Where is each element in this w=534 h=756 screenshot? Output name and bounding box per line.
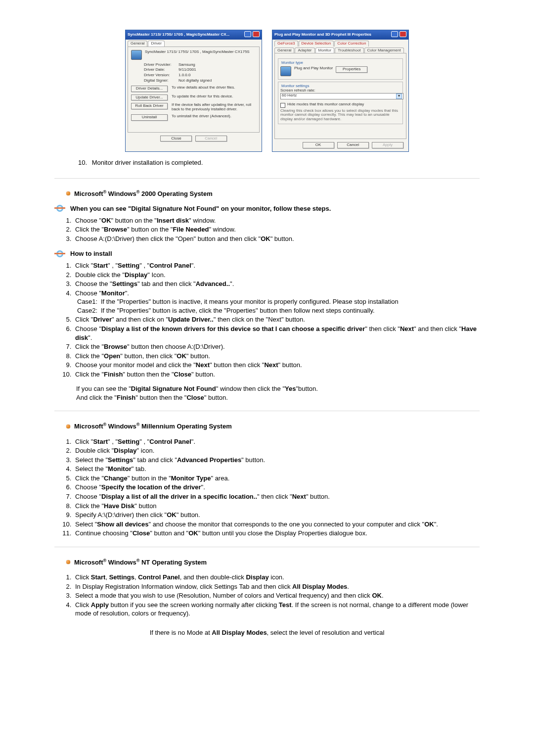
monitor-icon xyxy=(280,66,291,76)
tab-adapter[interactable]: Adapter xyxy=(295,47,314,53)
case-text: If the "Properties" button is inactive, … xyxy=(101,297,480,306)
step-icon xyxy=(54,250,65,257)
install-steps-me: Click "Start" , "Setting" , "Control Pan… xyxy=(60,437,480,538)
tab-panel: Monitor type Plug and Play Monitor Prope… xyxy=(274,53,406,139)
cancel-button: Cancel xyxy=(195,136,227,142)
group-label: Monitor type xyxy=(280,61,304,65)
ok-button[interactable]: OK xyxy=(303,142,334,148)
window-title: SyncMaster 171S/ 175S/ 170S , MagicSyncM… xyxy=(128,33,229,37)
titlebar: Plug and Play Monitor and 3D Prophet III… xyxy=(272,30,408,40)
rollback-driver-desc: If the device fails after updating the d… xyxy=(172,103,256,112)
titlebar-buttons xyxy=(391,31,406,39)
list-item: Specify A:\(D:\driver) then click "OK" b… xyxy=(73,511,480,520)
checkbox-label: Hide modes that this monitor cannot disp… xyxy=(287,102,364,107)
driver-details-desc: To view details about the driver files. xyxy=(172,86,256,90)
divider xyxy=(54,411,480,411)
install-steps-2000: Click "Start" , "Setting" , "Control Pan… xyxy=(60,261,480,378)
monitor-settings-group: Monitor settings Screen refresh rate: 60… xyxy=(278,82,403,124)
provider-value: Samsung xyxy=(178,63,195,67)
step-10: 10. Monitor driver installation is compl… xyxy=(74,159,480,166)
properties-button[interactable]: Properties xyxy=(336,66,367,73)
tabs-row2: General Adapter Monitor Troubleshoot Col… xyxy=(272,47,408,53)
close-button[interactable]: Close xyxy=(160,136,192,142)
list-item: Click "Driver" and then click on "Update… xyxy=(73,315,480,324)
tab-panel: SyncMaster 171S/ 175S/ 170S , MagicSyncM… xyxy=(128,47,260,133)
list-item: Click the "Finish" button then the "Clos… xyxy=(73,370,480,379)
tab-driver[interactable]: Driver xyxy=(148,41,164,47)
date-value: 9/11/2001 xyxy=(178,68,196,72)
digital-signature-steps: Choose "OK" button on the "Insert disk" … xyxy=(60,216,480,243)
help-icon[interactable] xyxy=(391,31,398,37)
list-item: Choose A:(D:\Driver) then click the "Ope… xyxy=(73,235,480,243)
list-item: Click Apply button if you see the screen… xyxy=(73,601,480,618)
bullet-icon xyxy=(66,191,70,195)
update-driver-button[interactable]: Update Driver... xyxy=(131,94,168,101)
list-item: Double click the "Display" Icon. xyxy=(73,271,480,280)
uninstall-desc: To uninstall the driver (Advanced). xyxy=(172,114,256,119)
tab-troubleshoot[interactable]: Troubleshoot xyxy=(335,47,363,53)
refresh-label: Screen refresh rate: xyxy=(280,89,400,93)
driver-properties-window: SyncMaster 171S/ 175S/ 170S , MagicSyncM… xyxy=(125,30,262,152)
list-item: Click Start, Settings, Control Panel, an… xyxy=(73,573,480,582)
list-item: Click the "Browse" button then choose A:… xyxy=(73,342,480,351)
list-item: Choose "Display a list of the known driv… xyxy=(73,325,480,342)
os-heading-2000: Microsoft® Windows® 2000 Operating Syste… xyxy=(54,189,480,197)
driver-details-button[interactable]: Driver Details... xyxy=(131,86,168,92)
help-icon[interactable] xyxy=(244,31,251,37)
monitor-icon xyxy=(131,50,142,60)
titlebar-buttons xyxy=(244,31,260,39)
rollback-driver-button[interactable]: Roll Back Driver xyxy=(131,103,168,109)
tabs-row1: GeForce3 Device Selection Color Correcti… xyxy=(272,40,408,47)
divider xyxy=(54,547,480,547)
tabs: General Driver xyxy=(126,40,262,47)
window-title: Plug and Play Monitor and 3D Prophet III… xyxy=(274,33,371,37)
list-item: Click "Start" , "Setting" , "Control Pan… xyxy=(73,261,480,270)
version-value: 1.0.0.0 xyxy=(178,73,190,78)
os-heading-me: Microsoft® Windows® Millennium Operating… xyxy=(54,422,480,430)
tab-general[interactable]: General xyxy=(274,47,294,53)
list-item: Click the "Browse" button on the "File N… xyxy=(73,225,480,234)
list-item: Select "Show all devices" and choose the… xyxy=(73,520,480,529)
list-item: Select the "Monitor" tab. xyxy=(73,465,480,473)
apply-button: Apply xyxy=(372,142,403,148)
list-item: Click the "Have Disk" button xyxy=(73,502,480,511)
tab-general[interactable]: General xyxy=(128,41,147,47)
bullet-icon xyxy=(66,425,70,428)
close-icon[interactable] xyxy=(253,31,260,37)
checkbox-box xyxy=(280,103,285,108)
case-text: If the "Properties" button is active, cl… xyxy=(101,306,480,315)
signer-label: Digital Signer: xyxy=(144,79,178,83)
list-item: Continue choosing "Close" button and "OK… xyxy=(73,529,480,538)
case-label: Case2: xyxy=(77,306,101,315)
version-label: Driver Version: xyxy=(144,73,178,78)
os-heading-nt: Microsoft® Windows® NT Operating System xyxy=(54,558,480,566)
list-item: Choose "OK" button on the "Insert disk" … xyxy=(73,216,480,225)
hide-modes-checkbox[interactable]: Hide modes that this monitor cannot disp… xyxy=(280,102,400,108)
model-text: SyncMaster 171S/ 175S/ 170S , MagicSyncM… xyxy=(145,50,250,54)
tab-color-management[interactable]: Color Management xyxy=(364,47,404,53)
tab-color-correction[interactable]: Color Correction xyxy=(334,41,369,47)
titlebar: SyncMaster 171S/ 175S/ 170S , MagicSyncM… xyxy=(126,30,262,40)
list-item: Click the "Open" button, then click "OK"… xyxy=(73,352,480,361)
refresh-rate-select[interactable]: 60 Hertz ▾ xyxy=(280,93,403,99)
chevron-down-icon: ▾ xyxy=(396,94,402,99)
note-2000: If you can see the "Digital Signature No… xyxy=(76,384,480,402)
signer-value: Not digitally signed xyxy=(178,79,212,83)
list-item: Choose "Monitor". Case1:If the "Properti… xyxy=(73,289,480,315)
cancel-button[interactable]: Cancel xyxy=(337,142,369,148)
subheading-digital-signature: When you can see "Digital Signature Not … xyxy=(54,205,480,212)
trailing-note: If there is no Mode at All Display Modes… xyxy=(54,629,480,636)
monitor-type-group: Monitor type Plug and Play Monitor Prope… xyxy=(278,58,403,80)
install-steps-nt: Click Start, Settings, Control Panel, an… xyxy=(60,573,480,618)
uninstall-button[interactable]: Uninstall xyxy=(131,114,168,121)
close-icon[interactable] xyxy=(400,31,406,37)
list-item: Choose "Specify the location of the driv… xyxy=(73,483,480,492)
tab-device-selection[interactable]: Device Selection xyxy=(299,41,334,47)
step-number: 10. xyxy=(74,159,87,166)
step-text: Monitor driver installation is completed… xyxy=(92,159,203,166)
list-item: Click "Start" , "Setting" , "Control Pan… xyxy=(73,437,480,446)
update-driver-desc: To update the driver for this device. xyxy=(172,94,256,99)
tab-monitor[interactable]: Monitor xyxy=(315,47,335,53)
list-item: Select the "Settings" tab and click "Adv… xyxy=(73,456,480,465)
tab-geforce[interactable]: GeForce3 xyxy=(274,41,298,47)
